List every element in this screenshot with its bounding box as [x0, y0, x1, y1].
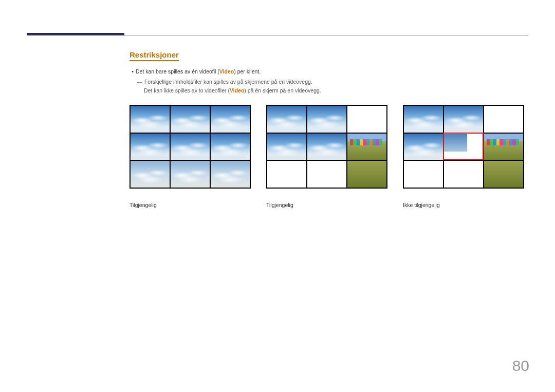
note2-suffix: ) på én skjerm på en videovegg.	[244, 87, 321, 94]
flags-decor	[487, 139, 520, 145]
content-area: Restriksjoner • Det kan bare spilles av …	[130, 50, 528, 95]
dash-marker: ―	[137, 78, 143, 86]
figure-2-grid	[266, 105, 387, 189]
grid-cell	[131, 134, 170, 160]
grid-cell	[444, 161, 483, 188]
figure-2-caption: Tilgjengelig	[266, 202, 387, 208]
grid-cell	[171, 134, 210, 160]
grid-cell	[307, 106, 346, 133]
grid-cell	[404, 106, 443, 133]
note2-prefix: Det kan ikke spilles av to videofiler (	[144, 87, 230, 94]
grid-cell	[211, 134, 250, 160]
grid-cell	[171, 161, 210, 188]
grid-cell	[131, 161, 170, 188]
figure-3-grid	[403, 105, 524, 189]
grid-cell	[347, 106, 386, 133]
figure-3-caption: Ikke tilgjengelig	[403, 202, 524, 208]
grid-cell	[267, 134, 306, 160]
grid-cell	[484, 161, 523, 188]
figure-2: Tilgjengelig	[266, 105, 387, 208]
sub-note: ― Forskjellige innholdsfiler kan spilles…	[144, 78, 528, 95]
grid-cell	[347, 161, 386, 188]
grid-cell	[171, 106, 210, 133]
flags-decor	[350, 139, 383, 145]
grid-cell	[211, 161, 250, 188]
grid-cell	[267, 161, 306, 188]
header-accent-bar	[27, 33, 124, 35]
figure-3: Ikke tilgjengelig	[403, 105, 524, 208]
grid-cell	[404, 161, 443, 188]
grid-cell	[347, 134, 386, 160]
figure-1-grid	[130, 105, 251, 189]
grid-cell	[307, 161, 346, 188]
grid-cell	[484, 134, 523, 160]
grid-cell	[131, 106, 170, 133]
page-number: 80	[512, 357, 529, 375]
figure-1-caption: Tilgjengelig	[130, 202, 251, 208]
grid-cell	[267, 106, 306, 133]
grid-cell	[404, 134, 443, 160]
grid-cell	[307, 134, 346, 160]
bullet-text: Det kan bare spilles av én videofil (Vid…	[136, 68, 261, 74]
grid-cell	[444, 106, 483, 133]
small-sky-overlay	[444, 133, 467, 152]
bullet-text-suffix: ) per klient.	[234, 68, 261, 74]
note2-em: Video	[230, 87, 244, 94]
figures-row: Tilgjengelig Tilgjengelig	[130, 105, 524, 208]
grid-cell	[211, 106, 250, 133]
bullet-marker: •	[130, 68, 136, 74]
grid-cell	[484, 106, 523, 133]
bullet-text-prefix: Det kan bare spilles av én videofil (	[136, 68, 219, 74]
bullet-item: • Det kan bare spilles av én videofil (V…	[130, 68, 528, 74]
section-heading: Restriksjoner	[130, 50, 179, 61]
bullet-text-em: Video	[219, 68, 234, 74]
figure-1: Tilgjengelig	[130, 105, 251, 208]
note1-text: Forskjellige innholdsfiler kan spilles a…	[144, 79, 312, 85]
